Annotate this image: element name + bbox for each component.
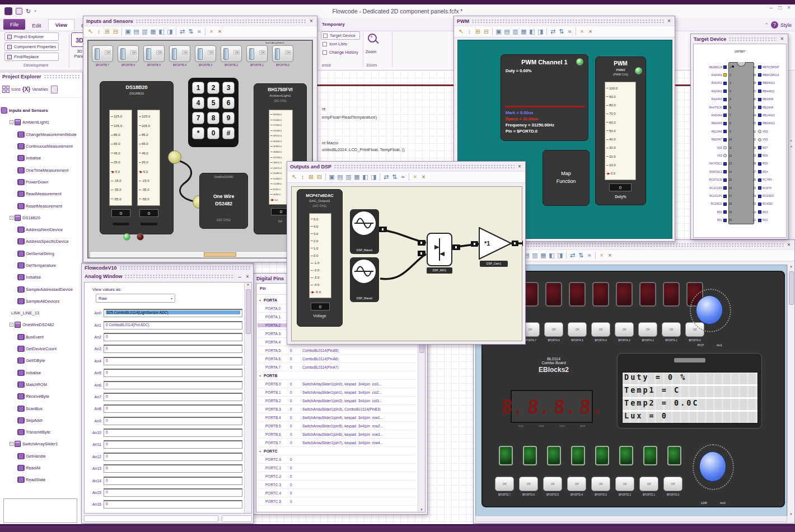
- arrange-icon[interactable]: ⇅: [186, 29, 195, 35]
- pin-group-row[interactable]: ▾PORTC: [258, 447, 417, 455]
- tree-item[interactable]: −OneWireDS2482: [0, 319, 82, 331]
- ungroup-icon[interactable]: ▦: [539, 252, 548, 258]
- pwm-duty-scale[interactable]: 100.090.080.070.060.050.040.030.020.010.…: [605, 82, 636, 180]
- delete-icon[interactable]: ×: [597, 252, 606, 258]
- analog-value-input[interactable]: 0: [104, 381, 242, 389]
- pin-row[interactable]: PORTB.60SwitchArraySlider1(pin6), keypad…: [258, 430, 417, 439]
- select-icon[interactable]: ↖: [86, 29, 95, 35]
- copy-icon[interactable]: ⊞: [307, 174, 315, 180]
- board-switch[interactable]: Off: [544, 322, 563, 337]
- analog-value-input[interactable]: 0: [104, 440, 242, 449]
- tree-item[interactable]: Initialise: [0, 152, 82, 164]
- tree-item[interactable]: ReadState: [0, 474, 82, 486]
- checkbox-change-history[interactable]: Change History: [321, 48, 360, 57]
- board-switch[interactable]: Off: [638, 322, 657, 337]
- pin-row[interactable]: PORTB.40SwitchArraySlider1(pin4), keypad…: [258, 413, 417, 422]
- variables-label[interactable]: Variables: [32, 87, 48, 91]
- pin-row[interactable]: PORTA.50ComboBL0114(PinA5): [258, 346, 417, 355]
- tree-item[interactable]: ContinuousMeasurement: [0, 140, 82, 152]
- keypad-key-6[interactable]: 6: [222, 97, 235, 109]
- port-switch[interactable]: Off: [169, 45, 190, 62]
- tree-item[interactable]: GetDeviceCount: [0, 343, 82, 355]
- dsp-mix-block[interactable]: [427, 233, 452, 266]
- group-icon[interactable]: ▥: [344, 174, 353, 180]
- group-icon[interactable]: ▥: [141, 29, 149, 35]
- temperature-value-2[interactable]: 0: [139, 209, 158, 217]
- pin-group-row[interactable]: ▾PORTB: [258, 371, 417, 380]
- send-back-icon[interactable]: ▤: [336, 174, 344, 180]
- analog-value-input[interactable]: 0: [104, 404, 242, 413]
- rotate-icon[interactable]: ◧: [548, 252, 556, 258]
- voltage-scale[interactable]: 5.04.03.02.01.00.0-1.0-2.0-3.0-4.0▶-5.0: [309, 213, 331, 298]
- keypad-key-3[interactable]: 3: [222, 82, 235, 94]
- tree-item[interactable]: LINK_LINE_13: [0, 307, 82, 319]
- copy-icon[interactable]: ⊞: [103, 29, 111, 35]
- analog-value-input[interactable]: 0: [104, 488, 242, 497]
- select-icon[interactable]: ↖: [290, 174, 298, 180]
- pin-row[interactable]: PORTC.50: [258, 497, 417, 506]
- tree-item[interactable]: SkipAddr: [0, 415, 82, 426]
- tree-item[interactable]: AddressSpecificDevice: [0, 236, 82, 247]
- pin-row[interactable]: PORTA.70ComboBL0114(PinA7): [258, 363, 417, 371]
- keypad-key-9[interactable]: 9: [222, 112, 235, 124]
- tree-item[interactable]: MatchROM: [0, 379, 82, 390]
- rotate-icon[interactable]: ◧: [528, 29, 536, 35]
- arrange-icon[interactable]: ⇅: [577, 252, 585, 258]
- temporary-header[interactable]: Temporary: [322, 22, 345, 27]
- temperature-scale-1[interactable]: 125.0105.085.065.045.025.0▶5.0-15.0-35.0…: [109, 110, 132, 206]
- window-drag-dots[interactable]: [135, 19, 306, 23]
- expand-toggle-icon[interactable]: −: [10, 442, 13, 446]
- pin-row[interactable]: PORTB.30SwitchArraySlider1(pin3), ComboB…: [258, 405, 417, 413]
- wave-icon[interactable]: ≈: [195, 29, 203, 35]
- keypad-key-#[interactable]: #: [222, 127, 235, 139]
- paste-icon[interactable]: ⊟: [482, 29, 490, 35]
- swap-icon[interactable]: ⇄: [549, 29, 557, 35]
- checkbox-icon-lists[interactable]: Icon Lists: [321, 40, 360, 48]
- tree-item[interactable]: SampleAllDevices: [0, 295, 82, 307]
- dsp-gain-block[interactable]: *1: [479, 227, 512, 260]
- analog-value-input[interactable]: 0: [104, 477, 242, 485]
- tree-item[interactable]: −SwitchArraySlider1: [0, 438, 82, 450]
- tree-item[interactable]: −AmbientLight1: [0, 116, 82, 128]
- send-back-icon[interactable]: ▤: [132, 29, 141, 35]
- analog-value-input[interactable]: 0: [104, 464, 242, 473]
- arrange-icon[interactable]: ⇅: [557, 29, 565, 35]
- ungroup-icon[interactable]: ▦: [520, 29, 528, 35]
- style-button[interactable]: Style: [780, 22, 792, 28]
- port-switch[interactable]: Off: [143, 45, 165, 62]
- tree-item[interactable]: AddressNextDevice: [0, 224, 82, 236]
- expand-toggle-icon[interactable]: −: [10, 323, 13, 327]
- tree-item[interactable]: −DS18B20: [0, 212, 82, 224]
- tree-item[interactable]: ReadAll: [0, 462, 82, 474]
- window-drag-dots[interactable]: [471, 19, 664, 23]
- pin-row[interactable]: PORTC.00: [258, 455, 417, 464]
- wave-icon[interactable]: ≈: [399, 174, 407, 180]
- keypad-key-2[interactable]: 2: [207, 82, 219, 94]
- analog-value-input[interactable]: 0: [104, 429, 242, 437]
- keypad-key-1[interactable]: 1: [192, 82, 204, 94]
- multi-select-icon[interactable]: ↕: [298, 174, 307, 180]
- help-icon[interactable]: ?: [771, 21, 778, 29]
- group-icon[interactable]: ▥: [531, 252, 539, 258]
- pin-row[interactable]: PORTA.60ComboBL0114(PinA6): [258, 355, 417, 363]
- board-switch[interactable]: Off: [662, 322, 681, 337]
- group-icon[interactable]: ▥: [511, 29, 520, 35]
- pwm-value-box[interactable]: 0: [609, 183, 632, 191]
- board-switch[interactable]: Off: [591, 477, 610, 491]
- port-switch[interactable]: Off: [246, 45, 268, 62]
- mirror-icon[interactable]: ◨: [370, 174, 378, 180]
- board-switch[interactable]: Off: [567, 477, 586, 491]
- port-switch[interactable]: Off: [118, 45, 139, 62]
- keypad-key-7[interactable]: 7: [192, 112, 204, 124]
- pin-column-header[interactable]: Pin: [260, 286, 266, 290]
- paste-icon[interactable]: ⊟: [315, 174, 324, 180]
- send-back-icon[interactable]: ▤: [503, 29, 511, 35]
- close-icon[interactable]: ×: [245, 274, 250, 280]
- tree-item[interactable]: GetSerialString: [0, 248, 82, 260]
- analog-value-input[interactable]: 0: [104, 345, 242, 353]
- ribbon-collapse-icon[interactable]: ⌃: [764, 22, 769, 28]
- analog-value-input[interactable]: 0 ComboBL0114(Pot ADC): [104, 321, 242, 329]
- tree-item[interactable]: Initialise: [0, 271, 82, 283]
- port-switch[interactable]: Off: [272, 45, 293, 62]
- mirror-icon[interactable]: ◨: [536, 29, 545, 35]
